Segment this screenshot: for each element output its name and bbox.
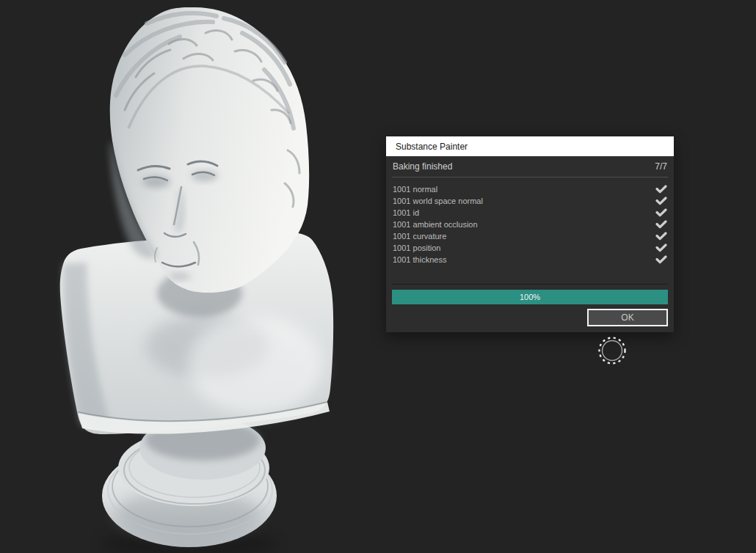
- list-item: 1001 id: [392, 207, 668, 219]
- checkmark-icon: [655, 255, 667, 264]
- divider: [392, 284, 668, 285]
- checkmark-icon: [655, 185, 667, 194]
- list-item: 1001 thickness: [392, 254, 668, 265]
- ok-button[interactable]: OK: [587, 309, 668, 326]
- baking-status-row: Baking finished 7/7: [392, 156, 668, 177]
- dialog-title: Substance Painter: [396, 142, 468, 152]
- viewport-3d[interactable]: Substance Painter Baking finished 7/7 10…: [0, 0, 756, 553]
- list-item: 1001 position: [392, 242, 668, 254]
- status-label: Baking finished: [393, 161, 452, 172]
- bake-item-label: 1001 thickness: [393, 255, 446, 264]
- checkmark-icon: [655, 243, 667, 252]
- dialog-body: Baking finished 7/7 1001 normal 1001 wor…: [386, 156, 674, 326]
- progress-percent-label: 100%: [392, 290, 668, 304]
- checkmark-icon: [655, 220, 667, 229]
- baking-dialog: Substance Painter Baking finished 7/7 10…: [386, 136, 674, 332]
- bake-item-label: 1001 world space normal: [393, 197, 483, 205]
- checkmark-icon: [655, 208, 667, 217]
- bake-items-list: 1001 normal 1001 world space normal 1001…: [392, 177, 668, 265]
- bake-item-label: 1001 ambient occlusion: [393, 220, 478, 229]
- list-item: 1001 ambient occlusion: [392, 219, 668, 230]
- list-item: 1001 curvature: [392, 230, 668, 242]
- bake-item-label: 1001 normal: [393, 185, 437, 194]
- dialog-titlebar[interactable]: Substance Painter: [386, 136, 674, 156]
- brush-cursor-icon: [596, 334, 628, 367]
- list-item: 1001 world space normal: [392, 195, 668, 207]
- bust-model: [0, 0, 382, 553]
- checkmark-icon: [655, 197, 667, 205]
- checkmark-icon: [655, 232, 667, 241]
- progress-bar: 100%: [392, 290, 668, 304]
- bake-item-label: 1001 position: [393, 243, 440, 252]
- bake-item-label: 1001 curvature: [393, 232, 446, 241]
- list-item: 1001 normal: [392, 183, 668, 195]
- progress-count: 7/7: [655, 161, 667, 172]
- bake-item-label: 1001 id: [393, 208, 419, 217]
